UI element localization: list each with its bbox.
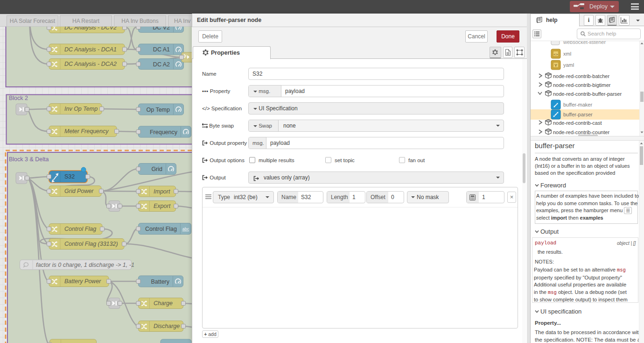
svg-text:Frequency: Frequency [150, 129, 178, 136]
svg-text:<>: <> [553, 52, 558, 57]
svg-text:node-red-contrib-buffer-parser: node-red-contrib-buffer-parser [553, 91, 622, 97]
svg-text:Op Temp: Op Temp [147, 107, 170, 113]
svg-text:DC Analysis - DCA1: DC Analysis - DCA1 [64, 46, 117, 53]
svg-text:Battery: Battery [151, 279, 169, 285]
svg-text:Block 3 & Delta: Block 3 & Delta [9, 156, 49, 163]
svg-text:Control Flag: Control Flag [64, 226, 96, 232]
svg-text:abc: abc [182, 227, 189, 231]
svg-text:Block 2: Block 2 [9, 95, 28, 101]
svg-text:xml: xml [563, 51, 571, 57]
svg-text:buffer-parser: buffer-parser [563, 112, 593, 117]
svg-text:DC Analysis - DCV2: DC Analysis - DCV2 [64, 27, 117, 31]
svg-text:Battery Power: Battery Power [64, 278, 101, 285]
svg-text:node-red-contrib-cast: node-red-contrib-cast [553, 120, 602, 126]
svg-text:Control Flag (33132): Control Flag (33132) [64, 241, 118, 247]
svg-text:Export: Export [154, 203, 171, 209]
svg-text:Charge: Charge [154, 300, 173, 307]
svg-text:Meter Frequency: Meter Frequency [64, 128, 109, 135]
svg-text:Grid Power: Grid Power [64, 188, 94, 194]
svg-text:Grid: Grid [151, 166, 162, 172]
svg-text:Inv Op Temp: Inv Op Temp [64, 106, 98, 112]
svg-text:node-red-contrib-bigtimer: node-red-contrib-bigtimer [553, 82, 611, 88]
svg-text:Y: Y [554, 63, 557, 68]
svg-text:buffer-maker: buffer-maker [563, 102, 592, 107]
svg-text:DC A1: DC A1 [153, 46, 170, 53]
svg-text:DC V2: DC V2 [153, 27, 170, 31]
svg-text:S32: S32 [64, 173, 75, 180]
svg-text:websocket-listener: websocket-listener [563, 41, 606, 45]
svg-text:Discharge: Discharge [154, 323, 180, 329]
svg-text:factor is 0 charge, 1 discharg: factor is 0 charge, 1 discharge -> 1, -1 [36, 262, 134, 268]
svg-text:Import: Import [154, 188, 170, 195]
svg-text:DC A2: DC A2 [153, 61, 170, 68]
svg-text:Control Flag: Control Flag [145, 226, 177, 232]
svg-text:DC Analysis - DCA2: DC Analysis - DCA2 [64, 61, 117, 67]
svg-text:node-red-contrib-batcher: node-red-contrib-batcher [553, 73, 609, 79]
svg-text:yaml: yaml [563, 62, 574, 68]
